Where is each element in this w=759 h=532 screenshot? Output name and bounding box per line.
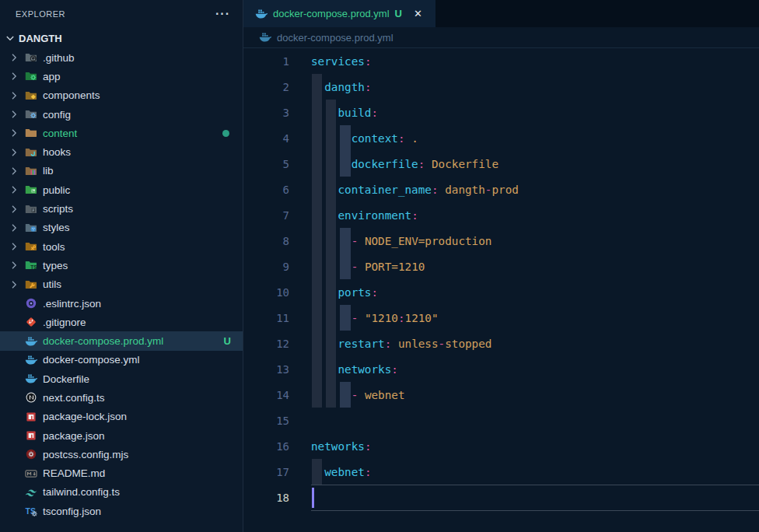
tree-item-label: postcss.config.mjs (43, 449, 128, 460)
code-text: environment: (311, 209, 418, 222)
tree-item-package-json[interactable]: package.json (0, 426, 243, 445)
npm-icon (25, 411, 37, 423)
tree-item-docker-compose-prod-yml[interactable]: docker-compose.prod.ymlU (0, 331, 243, 350)
tree-item-hooks[interactable]: hooks (0, 142, 243, 161)
docker-icon (25, 354, 37, 366)
code-line-5[interactable]: 5 dockerfile: Dockerfile (243, 151, 759, 177)
folder-utils-icon (25, 278, 37, 291)
chevron-right-icon[interactable] (7, 146, 20, 159)
code-line-8[interactable]: 8 - NODE_ENV=production (243, 228, 759, 254)
editor-pane: docker-compose.prod.yml U ✕ docker-compo… (243, 0, 759, 532)
tree-item-label: public (43, 184, 70, 196)
folder-lib-icon (25, 165, 37, 177)
code-line-15[interactable]: 15 (243, 408, 759, 433)
chevron-right-icon[interactable] (7, 89, 20, 102)
chevron-right-icon[interactable] (7, 165, 20, 177)
tree-item-scripts[interactable]: scripts (0, 199, 243, 218)
tree-item-types[interactable]: TStypes (0, 256, 243, 275)
chevron-right-icon[interactable] (7, 240, 20, 253)
folder-public-icon (25, 184, 37, 196)
tree-item-label: utils (43, 278, 61, 290)
close-icon[interactable]: ✕ (414, 8, 422, 19)
code-text: - "1210:1210" (311, 312, 439, 324)
tree-item-label: styles (43, 222, 70, 233)
code-text: webnet: (311, 466, 371, 478)
tree-item-docker-compose-yml[interactable]: docker-compose.yml (0, 351, 243, 369)
code-line-14[interactable]: 14 - webnet (243, 382, 759, 408)
line-number: 12 (243, 338, 289, 350)
code-text: - PORT=1210 (311, 261, 425, 273)
git-icon (25, 316, 37, 328)
code-line-4[interactable]: 4 context: . (243, 125, 759, 151)
code-line-18[interactable]: 18 (243, 485, 759, 510)
code-line-13[interactable]: 13 networks: (243, 356, 759, 382)
chevron-right-icon[interactable] (7, 70, 20, 82)
line-number: 8 (243, 235, 289, 247)
line-number: 1 (243, 55, 289, 68)
folder-content-icon (25, 127, 37, 139)
line-number: 10 (243, 286, 289, 299)
chevron-right-icon[interactable] (7, 51, 20, 64)
tree-item-package-lock-json[interactable]: package-lock.json (0, 408, 243, 426)
tab-bar: docker-compose.prod.yml U ✕ (243, 0, 759, 27)
tree-item-styles[interactable]: styles (0, 219, 243, 237)
breadcrumb-item[interactable]: docker-compose.prod.yml (277, 32, 393, 44)
tree-item-label: tailwind.config.ts (43, 486, 120, 498)
tree-item-content[interactable]: content (0, 124, 243, 142)
tab-docker-compose-prod[interactable]: docker-compose.prod.yml U ✕ (243, 0, 435, 27)
code-line-11[interactable]: 11 - "1210:1210" (243, 305, 759, 331)
tree-item-app[interactable]: app (0, 67, 243, 86)
tree-item-tsconfig-json[interactable]: TStsconfig.json (0, 502, 243, 520)
code-line-1[interactable]: 1services: (243, 48, 759, 74)
code-text: networks: (311, 363, 398, 376)
tree-item-github[interactable]: .github (0, 48, 243, 67)
tree-item-public[interactable]: public (0, 180, 243, 199)
code-text: restart: unless-stopped (311, 338, 491, 350)
tree-item-config[interactable]: config (0, 105, 243, 124)
code-line-12[interactable]: 12 restart: unless-stopped (243, 331, 759, 356)
tree-item-README-md[interactable]: README.md (0, 464, 243, 483)
chevron-right-icon[interactable] (7, 127, 20, 139)
code-line-7[interactable]: 7 environment: (243, 202, 759, 228)
code-line-6[interactable]: 6 container_name: dangth-prod (243, 177, 759, 202)
code-line-2[interactable]: 2 dangth: (243, 74, 759, 100)
folder-scripts-icon (25, 203, 37, 215)
tree-item-postcss-config-mjs[interactable]: postcss.config.mjs (0, 445, 243, 464)
tree-item-label: .github (43, 52, 75, 64)
docker-icon (25, 335, 37, 348)
chevron-right-icon[interactable] (7, 222, 20, 234)
tree-item-label: scripts (43, 203, 73, 215)
code-line-16[interactable]: 16networks: (243, 433, 759, 459)
chevron-right-icon[interactable] (7, 203, 20, 215)
tree-item-lib[interactable]: lib (0, 162, 243, 180)
folder-app-icon (25, 70, 37, 82)
svg-text:TS: TS (30, 264, 37, 270)
tree-item-tailwind-config-ts[interactable]: tailwind.config.ts (0, 483, 243, 502)
npm-icon (25, 429, 37, 442)
code-line-17[interactable]: 17 webnet: (243, 459, 759, 485)
code-text: - NODE_ENV=production (311, 235, 491, 247)
more-actions-icon[interactable]: ··· (215, 10, 230, 18)
tree-item-gitignore[interactable]: .gitignore (0, 313, 243, 331)
chevron-down-icon (4, 32, 16, 44)
chevron-right-icon[interactable] (7, 278, 20, 291)
chevron-right-icon[interactable] (7, 184, 20, 196)
chevron-right-icon[interactable] (7, 108, 20, 121)
line-number: 4 (243, 132, 289, 145)
code-line-3[interactable]: 3 build: (243, 100, 759, 125)
code-editor[interactable]: 1services:2 dangth:3 build:4 context: .5… (243, 48, 759, 532)
tree-item-utils[interactable]: utils (0, 275, 243, 294)
code-line-10[interactable]: 10 ports: (243, 279, 759, 305)
tree-item-eslintrc-json[interactable]: .eslintrc.json (0, 294, 243, 313)
tree-item-next-config-ts[interactable]: next.config.ts (0, 388, 243, 407)
markdown-icon (25, 467, 37, 480)
chevron-right-icon[interactable] (7, 259, 20, 271)
tree-item-components[interactable]: components (0, 86, 243, 105)
folder-github-icon (25, 51, 37, 64)
folder-components-icon (25, 89, 37, 102)
tree-item-Dockerfile[interactable]: Dockerfile (0, 369, 243, 388)
workspace-root[interactable]: DANGTH (0, 28, 243, 48)
code-line-9[interactable]: 9 - PORT=1210 (243, 254, 759, 279)
code-text: context: . (311, 132, 418, 145)
tree-item-tools[interactable]: tools (0, 237, 243, 256)
